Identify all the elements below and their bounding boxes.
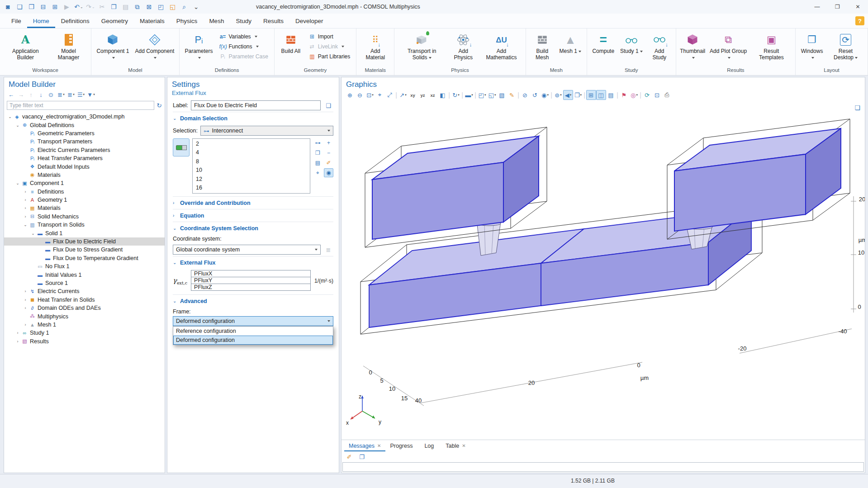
selection-tool-button-remove-from-selection[interactable]: − xyxy=(324,148,333,157)
application-builder-button[interactable]: A Application Builder xyxy=(3,30,48,66)
tree-item[interactable]: ▬ Flux Due to Temperature Gradient xyxy=(4,254,165,262)
graphics-toolbar-button-deselect-mode[interactable]: ◱▾ xyxy=(487,90,497,100)
graphics-toolbar-button[interactable]: | xyxy=(395,90,398,100)
graphics-toolbar-button-fit-window[interactable]: ⤢ xyxy=(385,90,395,100)
quick-access-button-save[interactable]: ⊟ xyxy=(38,1,49,12)
add-physics-button[interactable]: ↓ Add Physics xyxy=(447,30,479,66)
graphics-toolbar-button-zoom-box[interactable]: ⊡▾ xyxy=(365,90,375,100)
model-builder-toolbar-button-move-up[interactable]: ↑ xyxy=(27,90,36,99)
add-plot-group-button[interactable]: ⧉ Add Plot Group xyxy=(707,30,749,66)
model-manager-button[interactable]: Model Manager xyxy=(49,30,88,66)
model-builder-toolbar-button-back[interactable]: ← xyxy=(7,90,16,99)
tree-expander-icon[interactable]: ⌄ xyxy=(30,231,36,236)
quick-access-button-copy[interactable]: ❐ xyxy=(109,1,119,12)
tree-expander-icon[interactable]: ⌄ xyxy=(14,181,21,185)
model-builder-toolbar-button-forward[interactable]: → xyxy=(17,90,26,99)
menu-tab[interactable]: Developer xyxy=(289,14,329,28)
graphics-toolbar-button-print[interactable]: ⎙ xyxy=(662,90,672,100)
dock-toolbar-button-copy-log[interactable]: ❐ xyxy=(357,452,367,462)
model-builder-toolbar-button-filter[interactable]: ▼▾ xyxy=(86,90,95,99)
tree-item[interactable]: › ▧ Results xyxy=(4,337,165,346)
graphics-toolbar-button-default-3d-view[interactable]: ↗▾ xyxy=(398,90,408,100)
flux-field-input[interactable]: PFluxY xyxy=(191,277,311,284)
menu-tab[interactable]: Geometry xyxy=(95,14,134,28)
windows-button[interactable]: ❐ Windows xyxy=(798,30,825,66)
tree-item[interactable]: ▬ Flux Due to Electric Field xyxy=(4,237,165,246)
graphics-toolbar-button-tile-view[interactable]: ⊞ xyxy=(586,90,596,100)
tree-item[interactable]: ▬ Initial Values 1 xyxy=(4,270,165,279)
domain-list-item[interactable]: 10 xyxy=(193,166,310,175)
window-control-button-maximize[interactable]: ❐ xyxy=(827,0,848,14)
frame-dropdown-option[interactable]: Reference configuration xyxy=(173,327,333,336)
component-1-button[interactable]: Component 1 xyxy=(94,30,132,66)
livelink-button[interactable]: ⇄LiveLink xyxy=(307,42,351,51)
domain-list-item[interactable]: 12 xyxy=(193,175,310,184)
graphics-toolbar-button-view-yz[interactable]: yz xyxy=(418,90,428,100)
flux-field-input[interactable]: PFluxX xyxy=(191,270,311,277)
tree-expander-icon[interactable]: › xyxy=(22,289,28,294)
graphics-toolbar-button-view-xy[interactable]: xy xyxy=(408,90,418,100)
frame-combobox[interactable]: Deformed configuration xyxy=(173,316,333,326)
quick-access-button-open-file[interactable]: ❒ xyxy=(26,1,37,12)
model-builder-toolbar-button-move-down[interactable]: ↓ xyxy=(37,90,46,99)
menu-tab[interactable]: Materials xyxy=(134,14,171,28)
tree-expander-icon[interactable]: › xyxy=(22,190,28,194)
tree-item[interactable]: › ◼ Heat Transfer in Solids xyxy=(4,296,165,304)
graphics-toolbar-button-zoom-out[interactable]: ⊖ xyxy=(355,90,365,100)
section-override[interactable]: › Override and Contribution xyxy=(173,196,333,209)
tree-item[interactable]: › ≡ Definitions xyxy=(4,188,165,196)
tree-expander-icon[interactable]: › xyxy=(22,306,28,310)
tree-item[interactable]: ❖ Default Model Inputs xyxy=(4,162,165,171)
menu-tab[interactable]: File xyxy=(5,14,27,28)
tree-expander-icon[interactable]: ⌄ xyxy=(22,223,28,227)
functions-button[interactable]: f(x)Functions xyxy=(218,42,269,51)
quick-access-button-select-box[interactable]: ◰ xyxy=(156,1,166,12)
selection-active-toggle[interactable] xyxy=(173,138,190,156)
graphics-toolbar-button-select-box[interactable]: ▧ xyxy=(497,90,507,100)
domain-list-item[interactable]: 16 xyxy=(193,184,310,193)
selection-tool-button-create-selection[interactable]: ⊶ xyxy=(313,138,323,147)
domain-list-item[interactable]: 2 xyxy=(193,139,310,148)
mesh-1-button[interactable]: ▲ Mesh 1 xyxy=(557,30,584,66)
quick-access-button-new-file[interactable]: ❏ xyxy=(14,1,25,12)
tree-item[interactable]: › ↯ Electric Currents xyxy=(4,287,165,295)
tree-item[interactable]: ⁂ Multiphysics xyxy=(4,312,165,320)
quick-access-button-app-logo[interactable]: ◙ xyxy=(3,1,14,12)
rename-button[interactable]: ❑ xyxy=(323,100,333,110)
graphics-toolbar-button-split-view[interactable]: ◫ xyxy=(596,90,606,100)
graphics-toolbar-button[interactable]: | xyxy=(474,90,477,100)
add-study-button[interactable]: ↓ Add Study xyxy=(646,30,673,66)
tree-expander-icon[interactable]: › xyxy=(22,206,28,210)
tree-expander-icon[interactable]: › xyxy=(22,198,28,202)
graphics-toolbar-button[interactable]: | xyxy=(616,90,619,100)
thumbnail-button[interactable]: Thumbnail xyxy=(679,30,707,66)
tree-item[interactable]: › A Geometry 1 xyxy=(4,196,165,204)
refresh-icon[interactable]: ↻ xyxy=(157,102,162,109)
model-builder-toolbar-button-model-tree-nodes[interactable]: ☰▾ xyxy=(76,90,85,99)
graphics-canvas[interactable]: ❏ xyxy=(342,101,865,440)
tree-expander-icon[interactable]: › xyxy=(14,331,21,335)
tree-item[interactable]: ▬ Source 1 xyxy=(4,279,165,287)
domain-list-item[interactable]: 4 xyxy=(193,148,310,157)
tree-item[interactable]: ⌄ ◈ vacancy_electromigration_3Dmodel.mph xyxy=(4,113,165,121)
tree-item[interactable]: › ⊟ Solid Mechanics xyxy=(4,213,165,221)
section-external-flux[interactable]: ⌄ External Flux xyxy=(173,256,333,269)
label-input[interactable]: Flux Due to Electric Field xyxy=(191,100,321,110)
add-component-button[interactable]: Add Component xyxy=(133,30,176,66)
menu-tab[interactable]: Results xyxy=(257,14,289,28)
tree-item[interactable]: Pᵢ Electric Currents Parameters xyxy=(4,146,165,154)
tree-item[interactable]: › ▲ Mesh 1 xyxy=(4,321,165,329)
import-button[interactable]: ⊞Import xyxy=(307,32,351,41)
section-coordinate-system[interactable]: ⌄ Coordinate System Selection xyxy=(173,222,333,234)
quick-access-button-paste[interactable]: ▤ xyxy=(120,1,131,12)
quick-access-button-undo[interactable]: ↶⌄ xyxy=(73,1,84,12)
model-builder-toolbar-button-expand-all[interactable]: ≣▾ xyxy=(66,90,76,99)
section-equation[interactable]: › Equation xyxy=(173,209,333,222)
dock-toolbar-button-clear-log[interactable]: ✐ xyxy=(344,452,354,462)
build-all-button[interactable]: Build All xyxy=(277,30,304,66)
graphics-toolbar-button-view-visibility[interactable]: ◉▾ xyxy=(540,90,550,100)
tree-item[interactable]: ⌄ ▬ Solid 1 xyxy=(4,229,165,237)
tree-item[interactable]: ◉ Materials xyxy=(4,171,165,179)
quick-access-button-duplicate[interactable]: ⧉ xyxy=(132,1,143,12)
add-mathematics-button[interactable]: ΔU↓ Add Mathematics xyxy=(480,30,522,66)
